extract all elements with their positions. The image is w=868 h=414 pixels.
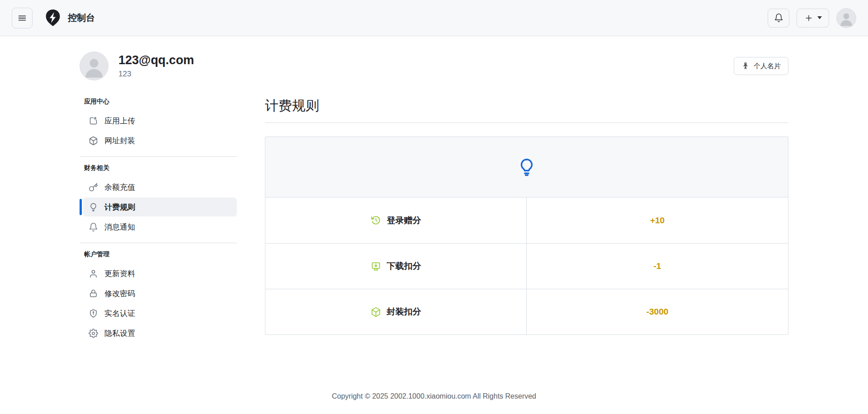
- personal-card-button[interactable]: 个人名片: [734, 57, 788, 75]
- create-new-button[interactable]: [797, 9, 829, 28]
- package-icon: [371, 307, 381, 317]
- caret-down-icon: [817, 16, 822, 19]
- sidebar-item-label: 隐私设置: [104, 328, 135, 339]
- profile-username: 123: [118, 70, 194, 79]
- table-header: [265, 137, 788, 198]
- lightbulb-icon: [517, 157, 537, 178]
- brand[interactable]: 控制台: [43, 9, 95, 28]
- personal-card-label: 个人名片: [754, 62, 781, 71]
- sidebar-item-balance-recharge[interactable]: 余额充值: [83, 178, 237, 197]
- menu-icon: [17, 13, 27, 23]
- profile-texts: 123@qq.com 123: [118, 53, 194, 78]
- sidebar-item-label: 余额充值: [104, 182, 135, 193]
- rule-label-cell: 下载扣分: [265, 244, 527, 289]
- sidebar-item-label: 修改密码: [104, 288, 135, 299]
- app-title: 控制台: [68, 12, 95, 24]
- sidebar-item-label: 网址封装: [104, 136, 135, 146]
- sidebar-section-account: 帐户管理 更新资料 修改密码: [80, 243, 237, 349]
- gear-icon: [89, 329, 98, 338]
- person-card-icon: [741, 61, 750, 71]
- lightning-pin-logo: [43, 9, 62, 28]
- sidebar-item-update-profile[interactable]: 更新资料: [83, 264, 237, 283]
- sidebar-item-change-password[interactable]: 修改密码: [83, 284, 237, 303]
- profile-email: 123@qq.com: [118, 53, 194, 67]
- sidebar-section-app-center: 应用中心 应用上传: [80, 96, 237, 156]
- top-navbar: 控制台: [0, 0, 868, 36]
- page-title: 计费规则: [265, 96, 788, 123]
- sidebar-section-finance: 财务相关 余额充值 计费: [80, 156, 237, 243]
- rule-label-cell: 封装扣分: [265, 289, 527, 334]
- rule-value: +10: [527, 198, 788, 243]
- plus-icon: [804, 14, 813, 23]
- rule-label-cell: 登录赠分: [265, 198, 527, 243]
- rule-label: 下载扣分: [387, 260, 421, 272]
- user-icon: [89, 269, 98, 278]
- table-row: 登录赠分 +10: [265, 198, 788, 243]
- sidebar-item-realname-verify[interactable]: 实名认证: [83, 304, 237, 323]
- table-row: 封装扣分 -3000: [265, 289, 788, 334]
- sidebar-item-label: 计费规则: [104, 202, 135, 212]
- sidebar-section-header: 财务相关: [80, 162, 237, 177]
- sidebar: 应用中心 应用上传: [80, 96, 237, 349]
- copyright-footer: Copyright © 2025 2002.1000.xiaomiou.com …: [0, 392, 868, 400]
- download-monitor-icon: [371, 261, 381, 272]
- lightbulb-icon: [89, 202, 98, 212]
- billing-rules-table: 登录赠分 +10 下载扣分: [265, 136, 788, 335]
- menu-button[interactable]: [12, 8, 33, 28]
- sidebar-section-header: 应用中心: [80, 96, 237, 110]
- bell-icon: [89, 222, 98, 232]
- rule-value: -1: [527, 244, 788, 289]
- rule-value: -3000: [527, 289, 788, 334]
- navbar-actions: [768, 8, 856, 28]
- table-row: 下载扣分 -1: [265, 243, 788, 289]
- rule-label: 封装扣分: [387, 306, 421, 318]
- key-icon: [89, 183, 98, 192]
- notifications-button[interactable]: [768, 9, 789, 28]
- package-icon: [89, 136, 98, 146]
- sidebar-item-app-upload[interactable]: 应用上传: [83, 111, 237, 130]
- sidebar-section-header: 帐户管理: [80, 249, 237, 263]
- sidebar-item-billing-rules[interactable]: 计费规则: [83, 198, 237, 216]
- sidebar-item-notifications[interactable]: 消息通知: [83, 217, 237, 236]
- history-clock-icon: [371, 215, 381, 226]
- user-avatar[interactable]: [836, 8, 856, 28]
- profile-avatar: [80, 52, 108, 80]
- sidebar-item-privacy-settings[interactable]: 隐私设置: [83, 324, 237, 343]
- lock-icon: [89, 289, 98, 298]
- bell-icon: [774, 13, 783, 23]
- sidebar-item-label: 消息通知: [104, 222, 135, 232]
- upload-icon: [89, 116, 98, 126]
- main-content: 计费规则: [265, 96, 788, 335]
- shield-icon: [89, 309, 98, 318]
- rule-label: 登录赠分: [387, 215, 421, 226]
- sidebar-item-label: 应用上传: [104, 116, 135, 126]
- profile-header: 123@qq.com 123 个人名片: [80, 36, 788, 80]
- sidebar-item-label: 实名认证: [104, 308, 135, 319]
- sidebar-item-label: 更新资料: [104, 268, 135, 279]
- sidebar-item-url-package[interactable]: 网址封装: [83, 131, 237, 150]
